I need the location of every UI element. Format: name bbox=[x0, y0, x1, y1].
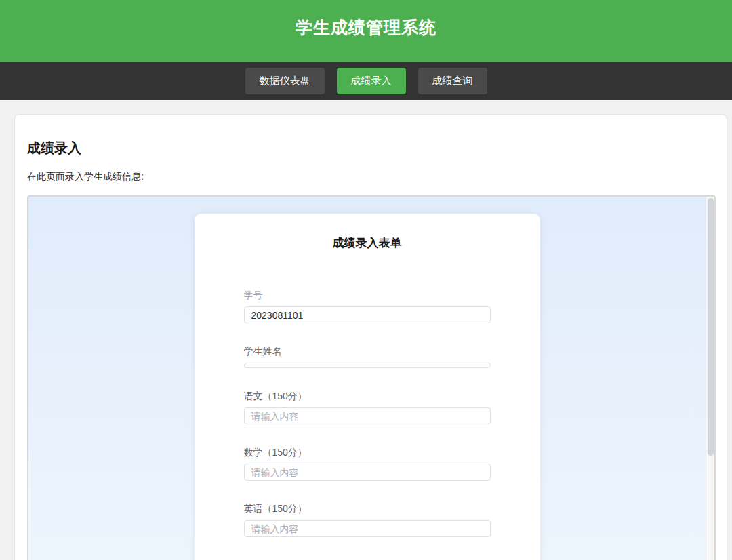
field-chinese-score: 语文（150分） bbox=[244, 389, 491, 424]
field-student-name: 学生姓名 bbox=[244, 344, 491, 368]
chinese-score-label: 语文（150分） bbox=[244, 389, 491, 403]
student-id-input[interactable] bbox=[244, 306, 491, 323]
student-id-label: 学号 bbox=[244, 288, 491, 302]
form-title: 成绩录入表单 bbox=[244, 235, 491, 252]
nav-tab-grade-entry[interactable]: 成绩录入 bbox=[337, 68, 406, 94]
grade-entry-form-card: 成绩录入表单 学号 学生姓名 语文（150分） 数学（150分） 英语（150分… bbox=[195, 214, 540, 560]
field-student-id: 学号 bbox=[244, 288, 491, 323]
app-header: 学生成绩管理系统 bbox=[0, 0, 732, 62]
panel-scrollbar-thumb[interactable] bbox=[708, 198, 714, 456]
math-score-input[interactable] bbox=[244, 464, 491, 481]
math-score-label: 数学（150分） bbox=[244, 445, 491, 459]
field-math-score: 数学（150分） bbox=[244, 445, 491, 481]
student-name-label: 学生姓名 bbox=[244, 344, 491, 358]
page-subtitle: 在此页面录入学生成绩信息: bbox=[27, 171, 716, 183]
student-name-input[interactable] bbox=[244, 363, 491, 368]
field-english-score: 英语（150分） bbox=[244, 502, 491, 537]
app-title: 学生成绩管理系统 bbox=[296, 16, 436, 39]
nav-tab-dashboard[interactable]: 数据仪表盘 bbox=[245, 68, 325, 94]
chinese-score-input[interactable] bbox=[244, 407, 491, 424]
panel-scrollbar-track[interactable] bbox=[706, 197, 714, 560]
main-nav: 数据仪表盘 成绩录入 成绩查询 bbox=[0, 62, 732, 100]
page-title: 成绩录入 bbox=[27, 139, 716, 157]
form-preview-panel: 成绩录入表单 学号 学生姓名 语文（150分） 数学（150分） 英语（150分… bbox=[27, 195, 716, 560]
nav-tab-grade-query[interactable]: 成绩查询 bbox=[418, 68, 487, 94]
content-card: 成绩录入 在此页面录入学生成绩信息: 成绩录入表单 学号 学生姓名 语文（150… bbox=[14, 114, 727, 560]
english-score-label: 英语（150分） bbox=[244, 502, 491, 515]
english-score-input[interactable] bbox=[244, 520, 491, 537]
